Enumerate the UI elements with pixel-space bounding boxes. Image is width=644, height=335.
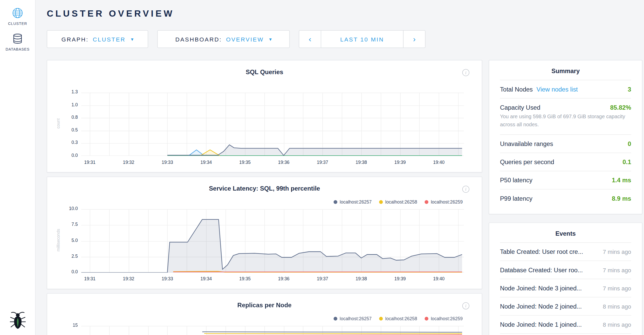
summary-row-p50-latency: P50 latency 1.4 ms — [500, 171, 631, 189]
chart-service-latency: Service Latency: SQL, 99th percentile i … — [47, 177, 482, 289]
info-icon[interactable]: i — [462, 186, 469, 193]
y-axis-tick: 1.0 — [55, 102, 78, 107]
x-axis-tick: 19:40 — [426, 276, 451, 281]
legend-item: localhost:26257 — [333, 199, 372, 204]
y-axis-tick: 0.0 — [55, 269, 78, 274]
chart-title: SQL Queries — [47, 60, 482, 75]
summary-value: 3 — [628, 86, 631, 93]
event-row: Node Joined: Node 1 joined... 8 mins ago — [500, 316, 631, 334]
x-axis-tick: 19:31 — [77, 276, 102, 281]
time-range-selector: ‹ LAST 10 MIN › — [299, 30, 426, 48]
chart-title: Replicas per Node — [47, 294, 482, 309]
graph-dropdown-label: GRAPH: — [61, 36, 89, 43]
chart-legend: localhost:26257localhost:26258localhost:… — [333, 316, 463, 321]
legend-label: localhost:26258 — [385, 316, 417, 321]
summary-row-queries-per-second: Queries per second 0.1 — [500, 153, 631, 171]
legend-item: localhost:26259 — [424, 316, 463, 321]
info-icon[interactable]: i — [462, 302, 469, 309]
charts-column: SQL Queries i 1.31.00.80.50.30.0count19:… — [47, 60, 482, 335]
legend-label: localhost:26257 — [340, 316, 372, 321]
y-axis-unit-label: count — [56, 107, 61, 140]
event-text: Node Joined: Node 2 joined... — [500, 303, 582, 310]
legend-label: localhost:26259 — [431, 316, 463, 321]
sidebar-item-databases[interactable]: DATABASES — [0, 26, 35, 51]
time-range-prev-button[interactable]: ‹ — [299, 30, 321, 48]
y-axis-tick: 1.3 — [55, 89, 78, 94]
summary-label: Capacity Used — [500, 104, 540, 111]
summary-value: 0 — [628, 140, 631, 147]
sidebar-item-label: CLUSTER — [8, 22, 27, 26]
legend-dot-icon — [379, 317, 383, 320]
x-axis-tick: 19:38 — [349, 276, 374, 281]
right-column: Summary Total Nodes View nodes list 3 Ca… — [489, 60, 642, 335]
legend-dot-icon — [379, 200, 383, 204]
summary-title: Summary — [500, 60, 631, 80]
graph-dropdown[interactable]: GRAPH: CLUSTER ▾ — [47, 30, 148, 48]
legend-item: localhost:26258 — [379, 199, 417, 204]
info-icon[interactable]: i — [462, 69, 469, 76]
x-axis-tick: 19:36 — [271, 276, 296, 281]
caret-down-icon: ▾ — [131, 36, 134, 42]
x-axis-tick: 19:34 — [194, 160, 219, 165]
chart-canvas — [81, 93, 464, 156]
y-axis-tick: 10.0 — [55, 206, 78, 211]
summary-row-p99-latency: P99 latency 8.9 ms — [500, 189, 631, 207]
legend-item: localhost:26259 — [424, 199, 463, 204]
event-time: 7 mins ago — [603, 267, 631, 273]
x-axis-tick: 19:37 — [310, 160, 335, 165]
event-text: Node Joined: Node 1 joined... — [500, 321, 582, 328]
chart-replicas-per-node: Replicas per Node i localhost:26257local… — [47, 293, 482, 335]
x-axis-tick: 19:39 — [388, 160, 413, 165]
chevron-right-icon: › — [413, 34, 416, 44]
summary-label: Unavailable ranges — [500, 140, 553, 147]
cockroach-logo-icon — [0, 311, 35, 330]
time-range-next-button[interactable]: › — [403, 30, 426, 48]
x-axis-tick: 19:31 — [77, 160, 102, 165]
page-title: CLUSTER OVERVIEW — [47, 8, 174, 19]
time-range-label: LAST 10 MIN — [340, 36, 384, 43]
chart-plot-area — [81, 326, 464, 335]
event-text: Database Created: User roo... — [500, 266, 583, 273]
event-time: 8 mins ago — [603, 303, 631, 310]
x-axis-tick: 19:35 — [232, 160, 257, 165]
chart-plot-area — [81, 93, 464, 156]
x-axis-tick: 19:37 — [310, 276, 335, 281]
chevron-left-icon: ‹ — [309, 34, 311, 44]
summary-panel: Summary Total Nodes View nodes list 3 Ca… — [489, 60, 642, 214]
graph-dropdown-value: CLUSTER — [93, 36, 126, 43]
x-axis-tick: 19:34 — [194, 276, 219, 281]
summary-label: Queries per second — [500, 158, 554, 165]
legend-item: localhost:26257 — [333, 316, 372, 321]
x-axis-tick: 19:32 — [116, 160, 141, 165]
globe-icon — [12, 8, 23, 19]
summary-label: P50 latency — [500, 177, 532, 184]
events-panel: Events Table Created: User root cre... 7… — [489, 222, 642, 335]
sidebar-item-cluster[interactable]: CLUSTER — [0, 0, 35, 26]
legend-dot-icon — [333, 317, 337, 320]
event-row: Table Created: User root cre... 7 mins a… — [500, 243, 631, 261]
x-axis-tick: 19:32 — [116, 276, 141, 281]
time-range-display[interactable]: LAST 10 MIN — [321, 30, 403, 48]
summary-label: Total Nodes — [500, 86, 533, 93]
events-title: Events — [500, 223, 631, 243]
y-axis-tick: 15 — [55, 323, 78, 327]
summary-label: P99 latency — [500, 195, 532, 202]
legend-dot-icon — [333, 200, 337, 204]
y-axis-unit-label: milliseconds — [56, 223, 61, 256]
legend-item: localhost:26258 — [379, 316, 417, 321]
database-icon — [12, 33, 23, 44]
chart-title: Service Latency: SQL, 99th percentile — [47, 177, 482, 192]
view-nodes-link[interactable]: View nodes list — [537, 86, 578, 93]
x-axis-tick: 19:36 — [271, 160, 296, 165]
dashboard-dropdown[interactable]: DASHBOARD: OVERVIEW ▾ — [157, 30, 290, 48]
summary-row-unavailable-ranges: Unavailable ranges 0 — [500, 135, 631, 153]
dashboard-dropdown-value: OVERVIEW — [226, 36, 264, 43]
dashboard-dropdown-label: DASHBOARD: — [175, 36, 222, 43]
chart-sql-queries: SQL Queries i 1.31.00.80.50.30.0count19:… — [47, 60, 482, 172]
x-axis-tick: 19:35 — [232, 276, 257, 281]
caret-down-icon: ▾ — [269, 36, 272, 42]
summary-value: 8.9 ms — [612, 195, 631, 202]
y-axis-tick: 0.3 — [55, 140, 78, 145]
summary-row-capacity-used: Capacity Used 85.82% You are using 598.9… — [500, 99, 631, 135]
legend-dot-icon — [424, 200, 428, 204]
